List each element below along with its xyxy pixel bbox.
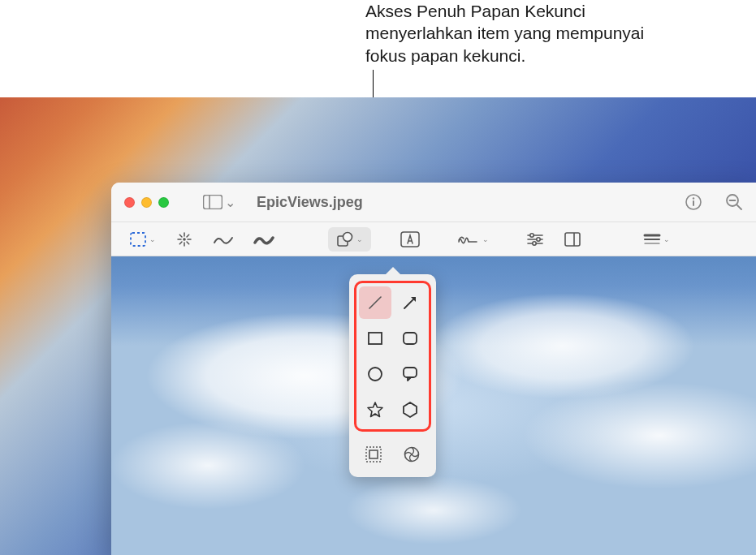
chevron-down-icon: ⌄ bbox=[482, 235, 489, 243]
svg-rect-37 bbox=[404, 368, 417, 377]
svg-line-15 bbox=[187, 234, 189, 237]
chevron-down-icon: ⌄ bbox=[225, 195, 235, 210]
chevron-down-icon: ⌄ bbox=[356, 235, 363, 243]
shape-oval-button[interactable] bbox=[359, 358, 391, 390]
selection-tool-button[interactable]: ⌄ bbox=[121, 227, 164, 252]
shape-line-button[interactable] bbox=[359, 286, 391, 319]
shape-rectangle-button[interactable] bbox=[359, 322, 391, 355]
svg-point-3 bbox=[693, 197, 694, 199]
instant-alpha-button[interactable] bbox=[167, 227, 201, 252]
minimize-button[interactable] bbox=[141, 197, 152, 208]
border-style-button[interactable]: ⌄ bbox=[635, 227, 678, 252]
svg-line-13 bbox=[179, 234, 182, 237]
svg-point-36 bbox=[369, 368, 382, 381]
chevron-down-icon: ⌄ bbox=[149, 235, 156, 243]
shape-polygon-button[interactable] bbox=[395, 394, 427, 426]
shape-rounded-rectangle-button[interactable] bbox=[395, 322, 427, 355]
svg-rect-27 bbox=[565, 233, 580, 246]
shapes-button[interactable]: ⌄ bbox=[328, 227, 371, 252]
svg-point-26 bbox=[533, 241, 536, 244]
svg-rect-35 bbox=[404, 333, 417, 344]
svg-point-22 bbox=[530, 233, 534, 236]
svg-point-19 bbox=[343, 232, 352, 241]
text-button[interactable] bbox=[392, 227, 428, 252]
shape-speech-bubble-button[interactable] bbox=[395, 358, 427, 390]
mask-button[interactable] bbox=[356, 438, 391, 471]
traffic-lights bbox=[124, 197, 169, 208]
callout-text: Akses Penuh Papan Kekunci menyerlahkan i… bbox=[365, 0, 666, 67]
crop-button[interactable] bbox=[555, 227, 590, 252]
close-button[interactable] bbox=[124, 197, 135, 208]
shape-star-button[interactable] bbox=[359, 394, 391, 426]
zoom-out-icon[interactable] bbox=[725, 193, 743, 211]
shape-grid bbox=[359, 286, 426, 426]
info-icon[interactable] bbox=[685, 193, 702, 211]
draw-button[interactable] bbox=[245, 227, 283, 252]
svg-line-14 bbox=[187, 242, 189, 244]
svg-rect-39 bbox=[369, 450, 378, 458]
shape-extras bbox=[354, 437, 431, 471]
sketch-button[interactable] bbox=[205, 227, 242, 252]
adjust-color-button[interactable] bbox=[518, 227, 552, 252]
svg-line-6 bbox=[737, 205, 742, 210]
zoom-button[interactable] bbox=[158, 197, 169, 208]
svg-rect-34 bbox=[369, 333, 382, 344]
svg-rect-4 bbox=[693, 200, 694, 206]
svg-line-16 bbox=[179, 242, 182, 244]
svg-point-24 bbox=[537, 237, 540, 240]
svg-rect-0 bbox=[204, 196, 222, 209]
sidebar-toggle-button[interactable]: ⌄ bbox=[200, 191, 239, 213]
window-titlebar: ⌄ EpicViews.jpeg bbox=[111, 183, 756, 222]
keyboard-focus-highlight bbox=[354, 281, 431, 432]
markup-toolbar: ⌄ ⌄ ⌄ bbox=[111, 222, 756, 256]
svg-rect-38 bbox=[366, 447, 381, 462]
signature-button[interactable]: ⌄ bbox=[449, 227, 497, 252]
svg-rect-8 bbox=[131, 233, 145, 246]
shape-arrow-button[interactable] bbox=[395, 286, 427, 319]
svg-line-32 bbox=[369, 297, 381, 308]
loupe-button[interactable] bbox=[395, 438, 430, 471]
svg-line-33 bbox=[404, 299, 414, 308]
window-title: EpicViews.jpeg bbox=[257, 194, 363, 211]
svg-point-17 bbox=[183, 238, 186, 241]
shapes-popover bbox=[349, 274, 436, 477]
chevron-down-icon: ⌄ bbox=[663, 235, 670, 243]
